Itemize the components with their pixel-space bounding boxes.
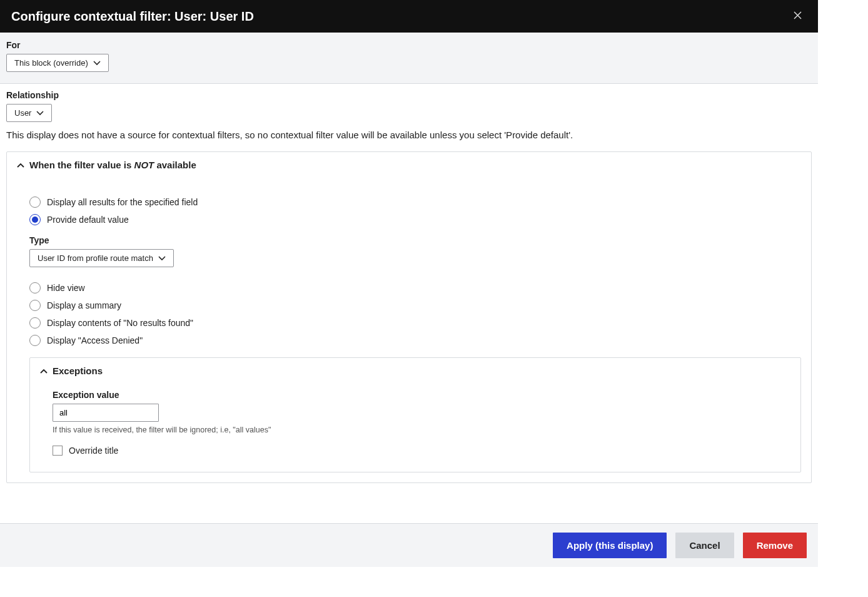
help-text: This display does not have a source for … bbox=[6, 130, 812, 140]
radio-icon bbox=[29, 282, 41, 293]
close-icon[interactable] bbox=[789, 9, 807, 24]
chevron-up-icon bbox=[40, 369, 48, 374]
cancel-button[interactable]: Cancel bbox=[675, 533, 734, 558]
chevron-up-icon bbox=[17, 163, 24, 168]
for-select[interactable]: This block (override) bbox=[6, 54, 109, 72]
radio-label: Display "Access Denied" bbox=[47, 335, 143, 345]
legend-text: When the filter value is NOT available bbox=[29, 160, 196, 170]
radio-icon bbox=[29, 317, 41, 329]
type-select[interactable]: User ID from profile route match bbox=[29, 249, 174, 267]
radio-icon bbox=[29, 335, 41, 346]
exception-value-input[interactable] bbox=[53, 404, 159, 422]
radio-display-summary[interactable]: Display a summary bbox=[29, 300, 801, 311]
radio-label: Provide default value bbox=[47, 215, 129, 225]
relationship-select[interactable]: User bbox=[6, 104, 52, 122]
title-bar: Configure contextual filter: User: User … bbox=[0, 0, 818, 33]
type-label: Type bbox=[29, 235, 801, 245]
for-label: For bbox=[6, 40, 812, 50]
dialog-title: Configure contextual filter: User: User … bbox=[11, 9, 254, 24]
remove-button[interactable]: Remove bbox=[743, 533, 807, 558]
override-title-checkbox[interactable]: Override title bbox=[53, 446, 790, 456]
for-section: For This block (override) bbox=[0, 33, 818, 84]
for-select-value: This block (override) bbox=[14, 58, 88, 68]
fieldset-not-available-legend[interactable]: When the filter value is NOT available bbox=[17, 160, 801, 170]
exception-value-label: Exception value bbox=[53, 390, 790, 400]
not-available-options: Display all results for the specified fi… bbox=[17, 178, 801, 472]
radio-label: Display all results for the specified fi… bbox=[47, 197, 198, 207]
radio-display-no-results[interactable]: Display contents of "No results found" bbox=[29, 317, 801, 329]
type-select-value: User ID from profile route match bbox=[38, 253, 153, 263]
relationship-label: Relationship bbox=[6, 90, 812, 100]
radio-label: Display a summary bbox=[47, 300, 121, 310]
default-type-block: Type User ID from profile route match bbox=[29, 235, 801, 267]
apply-button[interactable]: Apply (this display) bbox=[553, 533, 667, 558]
fieldset-not-available: When the filter value is NOT available D… bbox=[6, 151, 812, 483]
chevron-down-icon bbox=[36, 111, 44, 116]
dialog: Configure contextual filter: User: User … bbox=[0, 0, 818, 567]
radio-label: Hide view bbox=[47, 283, 85, 293]
legend-suffix: available bbox=[154, 160, 196, 170]
legend-not: NOT bbox=[134, 160, 154, 170]
radio-icon bbox=[29, 196, 41, 208]
fieldset-exceptions: Exceptions Exception value If this value… bbox=[29, 357, 801, 472]
radio-hide-view[interactable]: Hide view bbox=[29, 282, 801, 293]
radio-icon bbox=[29, 300, 41, 311]
relationship-select-value: User bbox=[14, 108, 31, 118]
checkbox-icon bbox=[53, 446, 63, 456]
legend-text: Exceptions bbox=[53, 365, 103, 376]
exceptions-body: Exception value If this value is receive… bbox=[40, 390, 790, 456]
radio-icon bbox=[29, 214, 41, 225]
fieldset-exceptions-legend[interactable]: Exceptions bbox=[40, 365, 790, 376]
legend-prefix: When the filter value is bbox=[29, 160, 134, 170]
radio-provide-default[interactable]: Provide default value bbox=[29, 214, 801, 225]
radio-label: Display contents of "No results found" bbox=[47, 318, 193, 328]
radio-display-all[interactable]: Display all results for the specified fi… bbox=[29, 196, 801, 208]
button-bar: Apply (this display) Cancel Remove bbox=[0, 523, 818, 567]
radio-display-access-denied[interactable]: Display "Access Denied" bbox=[29, 335, 801, 346]
chevron-down-icon bbox=[93, 61, 101, 66]
checkbox-label: Override title bbox=[69, 446, 118, 456]
dialog-body[interactable]: Relationship User This display does not … bbox=[0, 84, 818, 523]
chevron-down-icon bbox=[158, 256, 166, 261]
exception-value-description: If this value is received, the filter wi… bbox=[53, 426, 790, 434]
